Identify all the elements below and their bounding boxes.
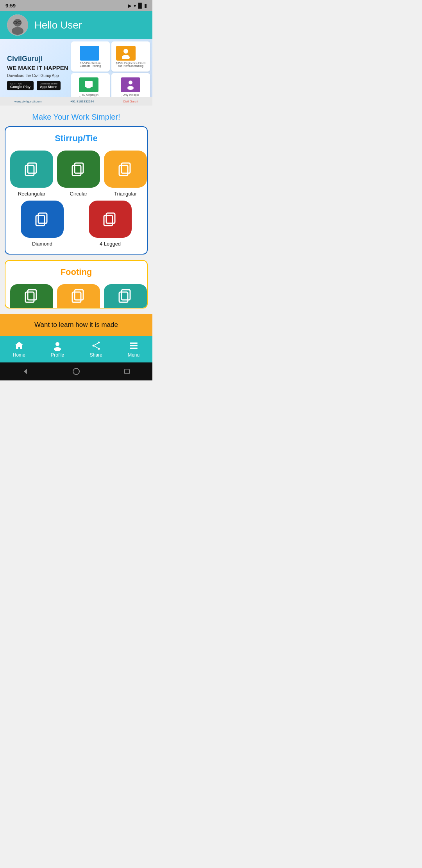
android-home-button[interactable] [72,367,80,376]
svg-point-31 [98,342,100,344]
android-recents-button[interactable] [123,367,131,376]
footing-icons-row [10,284,142,308]
svg-rect-28 [119,292,128,302]
svg-rect-37 [130,345,138,346]
circular-label: Circular [70,191,88,197]
svg-point-30 [54,347,61,351]
banner-footer: www.civilguruji.com +91 8183332244 Civil… [0,97,152,106]
svg-rect-17 [122,163,130,173]
footing-item-2[interactable] [57,284,100,308]
nav-menu-label: Menu [128,352,139,358]
stirrup-triangular-button[interactable]: Triangular [104,151,147,197]
tagline-section: Make Your Work Simpler! [0,106,152,126]
android-nav-bar [0,362,152,380]
banner-card-1: 10-5 Practical onEstimate Training [71,41,110,72]
nav-share-label: Share [90,352,102,358]
rectangular-icon [10,151,53,188]
banner-logo: CivilGuruji [7,55,43,63]
google-play-button[interactable]: GET IT ON Google Play [7,81,34,90]
svg-rect-19 [38,213,47,223]
footing-section: Footing [5,260,148,308]
android-back-button[interactable] [21,367,30,376]
nav-item-menu[interactable]: Menu [128,341,139,358]
svg-marker-39 [24,369,27,374]
nav-item-home[interactable]: Home [13,341,25,358]
share-icon [91,341,101,351]
triangular-label: Triangular [114,191,137,197]
banner-right-cards: 10-5 Practical onEstimate Training $350+… [69,39,153,106]
svg-rect-24 [25,292,34,302]
svg-rect-38 [130,348,138,349]
footing-title: Footing [10,267,142,277]
footing-item-1[interactable] [10,284,53,308]
footing-icon-1 [10,284,53,308]
footing-item-3[interactable] [104,284,147,308]
svg-rect-20 [36,215,45,226]
svg-point-33 [98,348,100,350]
rectangular-label: Rectangular [18,191,45,197]
profile-icon [52,341,63,351]
signal-icon: ▉ [138,3,142,9]
svg-rect-22 [104,215,113,226]
svg-line-35 [94,346,98,348]
copy-icon-circular [68,159,89,179]
svg-rect-27 [122,290,130,300]
footing-copy-icon-1 [21,286,42,306]
menu-icon [129,341,139,351]
nav-item-share[interactable]: Share [90,341,102,358]
banner-website: www.civilguruji.com [14,100,41,103]
recents-icon [123,368,131,375]
4legged-label: 4 Legged [100,241,121,247]
status-icons: ▶ ▾ ▉ ▮ [128,3,147,9]
footing-copy-icon-2 [68,286,89,306]
svg-rect-21 [106,213,115,223]
back-icon [21,368,29,375]
svg-rect-10 [87,88,90,88]
home-icon [14,341,24,351]
stirrup-section: Stirrup/Tie Rectangular Circular [5,126,148,255]
copy-icon-4legged [100,209,120,230]
android-home-icon [72,368,80,375]
svg-point-12 [127,86,134,90]
stirrup-title: Stirrup/Tie [10,133,142,143]
svg-rect-13 [28,163,36,173]
diamond-icon [21,201,64,238]
stirrup-rectangular-button[interactable]: Rectangular [10,151,53,197]
svg-rect-23 [28,290,36,300]
svg-rect-25 [75,290,83,300]
svg-rect-36 [130,343,138,344]
svg-rect-14 [25,165,34,176]
svg-rect-8 [85,81,93,87]
stirrup-grid-top: Rectangular Circular Triangular [10,151,142,197]
nav-home-label: Home [13,352,25,358]
nav-item-profile[interactable]: Profile [51,341,64,358]
copy-icon-triangular [115,159,136,179]
user-avatar-image [7,14,28,36]
banner-card-2: $350+ Engineers Joinedour Premium traini… [111,41,150,72]
header-title: Hello User [34,19,82,31]
stirrup-circular-button[interactable]: Circular [57,151,100,197]
svg-point-2 [12,27,23,35]
svg-line-34 [94,343,98,346]
header: Hello User [0,11,152,39]
avatar[interactable] [7,14,28,36]
svg-rect-15 [75,163,83,173]
triangular-icon [104,151,147,188]
banner-phone: +91 8183332244 [70,100,94,103]
learn-banner-text: Want to learn how it is made [34,321,118,329]
learn-banner[interactable]: Want to learn how it is made [0,314,152,336]
bottom-nav: Home Profile Share Menu [0,336,152,362]
stirrup-grid-bottom: Diamond 4 Legged [10,201,142,247]
banner-brand: Civil Guruji [123,100,138,103]
svg-rect-41 [125,369,129,374]
banner-buttons: GET IT ON Google Play Download on the Ap… [7,81,61,90]
stirrup-4legged-button[interactable]: 4 Legged [85,201,136,247]
status-bar: 9:59 ▶ ▾ ▉ ▮ [0,0,152,11]
tagline-text: Make Your Work Simpler! [32,113,120,121]
svg-point-6 [123,49,128,54]
4legged-icon [89,201,132,238]
app-store-button[interactable]: Download on the App Store [37,81,61,90]
stirrup-diamond-button[interactable]: Diamond [17,201,68,247]
banner: CivilGuruji WE MAKE IT HAPPEN Download t… [0,39,152,106]
copy-icon-rectangular [21,159,42,179]
